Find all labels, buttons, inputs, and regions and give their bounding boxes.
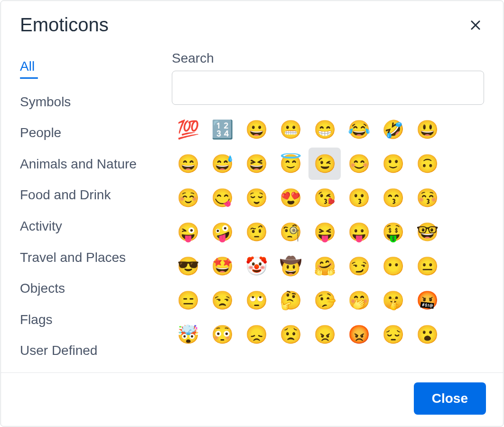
emoji-money-mouth-face[interactable]: 🤑 — [377, 216, 409, 248]
category-tab-all[interactable]: All — [20, 51, 160, 86]
category-tab-food-and-drink[interactable]: Food and Drink — [20, 179, 160, 211]
emoji-face-without-mouth[interactable]: 😶 — [377, 250, 409, 282]
emoji-smiling-face-with-halo[interactable]: 😇 — [274, 148, 307, 180]
emoji-beaming-face[interactable]: 😁 — [308, 113, 341, 146]
category-tab-label: Symbols — [20, 94, 71, 109]
category-tab-label: Travel and Places — [20, 250, 126, 265]
emoji-shushing-face[interactable]: 🤫 — [377, 284, 409, 316]
emoji-grid: 💯🔢😀😬😁😂🤣😃😄😅😆😇😉😊🙂🙃☺️😋😌😍😘😗😙😚😜🤪🤨🧐😝😛🤑🤓😎🤩🤡🤠🤗😏😶… — [172, 113, 481, 351]
emoji-nerd-face[interactable]: 🤓 — [411, 216, 443, 248]
category-tab-flags[interactable]: Flags — [20, 304, 160, 335]
emoji-smiling-face-smiling-eyes[interactable]: 😊 — [343, 148, 375, 180]
emoji-squinting-face-with-tongue[interactable]: 😝 — [308, 216, 341, 248]
emoji-disappointed-face[interactable]: 😞 — [240, 318, 272, 351]
category-tab-animals-and-nature[interactable]: Animals and Nature — [20, 149, 160, 180]
emoji-smirking-face[interactable]: 😏 — [343, 250, 375, 282]
emoji-winking-face[interactable]: 😉 — [308, 148, 341, 180]
emoji-face-blowing-a-kiss[interactable]: 😘 — [308, 182, 341, 214]
emoji-scroll-area[interactable]: 💯🔢😀😬😁😂🤣😃😄😅😆😇😉😊🙂🙃☺️😋😌😍😘😗😙😚😜🤪🤨🧐😝😛🤑🤓😎🤩🤡🤠🤗😏😶… — [172, 113, 484, 368]
emoji-smiling-face[interactable]: ☺️ — [172, 182, 204, 214]
emoji-face-with-rolling-eyes[interactable]: 🙄 — [240, 284, 272, 316]
category-tab-label: Animals and Nature — [20, 157, 137, 171]
category-tab-label: Activity — [20, 219, 62, 233]
category-tab-symbols[interactable]: Symbols — [20, 86, 160, 118]
category-tab-label: Objects — [20, 281, 65, 296]
search-input[interactable] — [172, 71, 484, 105]
emoji-exploding-head[interactable]: 🤯 — [172, 318, 204, 351]
dialog-body: AllSymbolsPeopleAnimals and NatureFood a… — [1, 41, 503, 372]
emoji-clown-face[interactable]: 🤡 — [240, 250, 272, 282]
emoji-grinning-face-big-eyes[interactable]: 😃 — [411, 113, 443, 146]
emoji-zany-face[interactable]: 🤪 — [206, 216, 238, 248]
emoji-face-savoring-food[interactable]: 😋 — [206, 182, 238, 214]
emoji-slightly-smiling-face[interactable]: 🙂 — [377, 148, 409, 180]
search-label: Search — [172, 51, 484, 66]
close-icon[interactable] — [467, 17, 484, 34]
emoji-cowboy-hat-face[interactable]: 🤠 — [274, 250, 307, 282]
emoji-worried-face[interactable]: 😟 — [274, 318, 307, 351]
emoji-rolling-on-the-floor-laughing[interactable]: 🤣 — [377, 113, 409, 146]
category-tab-travel-and-places[interactable]: Travel and Places — [20, 242, 160, 273]
emoji-kissing-face[interactable]: 😗 — [343, 182, 375, 214]
category-tab-label: Flags — [20, 312, 52, 327]
main-panel: Search 💯🔢😀😬😁😂🤣😃😄😅😆😇😉😊🙂🙃☺️😋😌😍😘😗😙😚😜🤪🤨🧐😝😛🤑🤓… — [172, 51, 484, 368]
category-tab-objects[interactable]: Objects — [20, 273, 160, 304]
dialog-title: Emoticons — [20, 14, 109, 36]
category-tab-user-defined[interactable]: User Defined — [20, 335, 160, 366]
emoji-face-with-tongue[interactable]: 😛 — [343, 216, 375, 248]
emoji-kissing-smiling-eyes[interactable]: 😙 — [377, 182, 409, 214]
emoji-angry-face[interactable]: 😠 — [308, 318, 341, 351]
emoji-unamused-face[interactable]: 😒 — [206, 284, 238, 316]
category-sidebar: AllSymbolsPeopleAnimals and NatureFood a… — [20, 51, 172, 368]
category-tab-label: All — [20, 59, 35, 74]
emoji-thinking-face[interactable]: 🤔 — [274, 284, 307, 316]
emoji-star-struck[interactable]: 🤩 — [206, 250, 238, 282]
emoji-input-numbers[interactable]: 🔢 — [206, 113, 238, 146]
emoji-face-with-raised-eyebrow[interactable]: 🤨 — [240, 216, 272, 248]
emoji-hundred-points[interactable]: 💯 — [172, 113, 204, 146]
emoji-face-with-tears-of-joy[interactable]: 😂 — [343, 113, 375, 146]
category-tab-label: User Defined — [20, 343, 97, 358]
emoji-grinning-face[interactable]: 😀 — [240, 113, 272, 146]
emoji-grinning-squinting-face[interactable]: 😆 — [240, 148, 272, 180]
category-tab-label: People — [20, 125, 61, 140]
emoji-face-with-monocle[interactable]: 🧐 — [274, 216, 307, 248]
emoji-lying-face[interactable]: 🤥 — [308, 284, 341, 316]
emoji-kissing-closed-eyes[interactable]: 😚 — [411, 182, 443, 214]
emoji-winking-face-with-tongue[interactable]: 😜 — [172, 216, 204, 248]
emoji-grimacing-face[interactable]: 😬 — [274, 113, 307, 146]
emoji-grinning-face-smiling-eyes[interactable]: 😄 — [172, 148, 204, 180]
emoji-pouting-face[interactable]: 😡 — [343, 318, 375, 351]
emoji-smiling-face-with-sunglasses[interactable]: 😎 — [172, 250, 204, 282]
dialog-footer: Close — [1, 372, 503, 426]
emoji-face-with-open-mouth[interactable]: 😮 — [411, 318, 443, 351]
emoticons-dialog: Emoticons AllSymbolsPeopleAnimals and Na… — [0, 0, 504, 427]
emoji-neutral-face[interactable]: 😐 — [411, 250, 443, 282]
emoji-expressionless-face[interactable]: 😑 — [172, 284, 204, 316]
dialog-header: Emoticons — [1, 1, 503, 41]
close-button[interactable]: Close — [414, 382, 486, 415]
emoji-pensive-face[interactable]: 😔 — [377, 318, 409, 351]
category-tab-label: Food and Drink — [20, 187, 111, 202]
emoji-grinning-face-with-sweat[interactable]: 😅 — [206, 148, 238, 180]
emoji-relieved-face[interactable]: 😌 — [240, 182, 272, 214]
emoji-upside-down-face[interactable]: 🙃 — [411, 148, 443, 180]
category-tab-people[interactable]: People — [20, 117, 160, 149]
emoji-face-with-symbols-on-mouth[interactable]: 🤬 — [411, 284, 443, 316]
emoji-heart-eyes[interactable]: 😍 — [274, 182, 307, 214]
emoji-face-with-hand-over-mouth[interactable]: 🤭 — [343, 284, 375, 316]
emoji-flushed-face[interactable]: 😳 — [206, 318, 238, 351]
category-tab-activity[interactable]: Activity — [20, 211, 160, 242]
emoji-hugging-face[interactable]: 🤗 — [308, 250, 341, 282]
